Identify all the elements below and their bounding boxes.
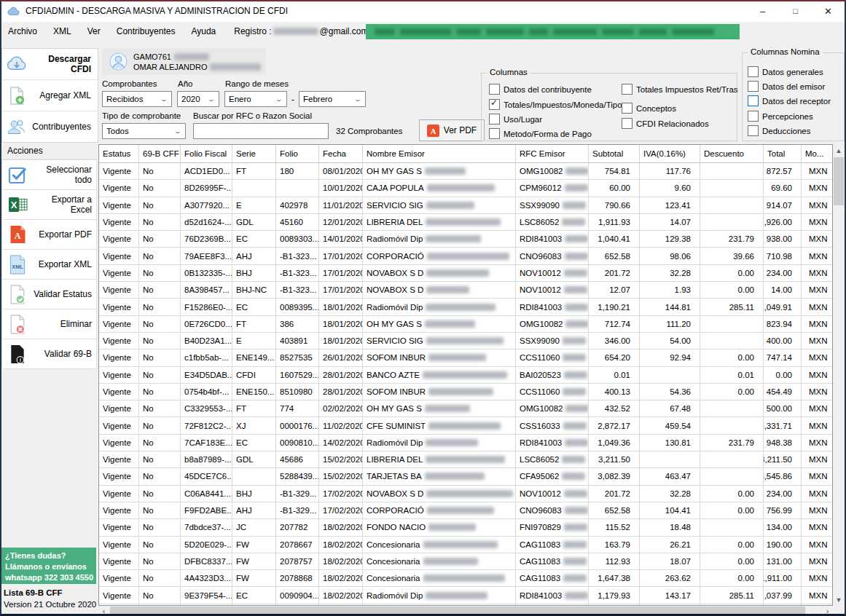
column-header-fecha[interactable]: Fecha — [319, 145, 363, 162]
checkbox-percepciones[interactable]: Percepciones — [748, 111, 813, 122]
table-row[interactable]: VigenteNo9E379F54-...EC0090904...18/02/2… — [99, 587, 832, 604]
checkbox-box[interactable] — [748, 125, 759, 136]
scroll-right-icon[interactable]: › — [822, 606, 833, 616]
table-row[interactable]: VigenteNoC3329553-...FT77402/02/2020OH M… — [99, 400, 832, 417]
cell-text: 1,647.38 — [598, 574, 630, 583]
checkbox-box[interactable] — [489, 128, 500, 139]
checkbox-datos-generales[interactable]: Datos generales — [748, 66, 823, 77]
checkbox-datos-del-emisor[interactable]: Datos del emisor — [748, 81, 825, 92]
action-validar-69-b[interactable]: iValidar 69-B — [1, 339, 97, 369]
table-row[interactable]: VigenteNoDFBC8337...FW207875718/02/2020C… — [99, 553, 832, 570]
table-row[interactable]: VigenteNo0E726CD0...FT38618/01/2020OH MY… — [99, 316, 832, 333]
column-header-nombre-emisor[interactable]: Nombre Emisor — [363, 145, 516, 162]
table-row[interactable]: VigenteNo5D20E029-...FW207866718/02/2020… — [99, 537, 832, 553]
table-row[interactable]: VigenteNob8a87989-...GDL4568615/02/2020L… — [99, 451, 832, 468]
cell-serie: JC — [232, 519, 276, 535]
cell-fecha: 18/01/2020 — [319, 333, 363, 349]
column-header-mo[interactable]: Mo... — [802, 145, 833, 162]
checkbox-cfdi-relacionados[interactable]: CFDI Relacionados — [622, 118, 709, 129]
table-row[interactable]: VigenteNo4A4323D3...FW207886818/02/2020C… — [99, 570, 832, 587]
vertical-scroll-thumb[interactable] — [834, 157, 844, 205]
column-header-descuento[interactable]: Descuento — [700, 145, 764, 162]
table-row[interactable]: VigenteNo7dbdce37-...JC20778218/02/2020F… — [99, 519, 832, 536]
checkbox-box[interactable] — [489, 99, 500, 110]
checkbox-box[interactable] — [748, 95, 759, 106]
table-row[interactable]: VigenteNod52d1624-...GDL4516012/01/2020L… — [99, 214, 832, 231]
column-header-estatus[interactable]: Estatus — [99, 145, 139, 162]
table-row[interactable]: VigenteNo8A398457...BHJ-NC-B1-323...17/0… — [99, 282, 832, 299]
action-exportar-pdf[interactable]: AExportar PDF — [1, 220, 97, 250]
table-row[interactable]: VigenteNoc1fbb5ab-...ENE149...852753526/… — [99, 350, 832, 366]
vertical-scrollbar[interactable]: ▲ ▼ — [833, 144, 845, 606]
table-row[interactable]: VigenteNo72F812C2-...XJ0000176...11/02/2… — [99, 417, 832, 434]
checkbox-totales-impuestos-moneda-tipo[interactable]: Totales/Impuestos/Moneda/Tipo — [489, 99, 622, 110]
menu-item-ayuda[interactable]: Ayuda — [183, 22, 224, 41]
checkbox-conceptos[interactable]: Conceptos — [622, 103, 676, 114]
table-row[interactable]: VigenteNoACD1ED0...FT18008/01/2020OH MY … — [99, 163, 832, 180]
table-row[interactable]: VigenteNo79AEE8F3...AHJ-B1-323...17/01/2… — [99, 248, 832, 264]
action-eliminar[interactable]: Eliminar — [1, 309, 97, 339]
sidebar-tab-agregar-xml[interactable]: Agregar XML — [2, 80, 98, 111]
checkbox-label: Datos generales — [762, 68, 823, 76]
table-row[interactable]: VigenteNoB40D23A1...E40389118/01/2020SER… — [99, 333, 832, 350]
table-row[interactable]: VigenteNo45DCE7C6...5288439...15/02/2020… — [99, 468, 832, 485]
table-row[interactable]: VigenteNo8D26995F-...10/01/2020CAJA POPU… — [99, 180, 832, 197]
comprobantes-dropdown[interactable]: Recibidos ⌄ — [102, 91, 172, 107]
action-seleccionar-todo[interactable]: Seleccionar todo — [1, 159, 97, 190]
ver-pdf-button[interactable]: A Ver PDF — [419, 119, 485, 141]
checkbox-box[interactable] — [748, 81, 759, 92]
column-header-folio-fiscal[interactable]: Folio Fiscal — [181, 145, 232, 162]
checkbox-datos-del-receptor[interactable]: Datos del receptor — [748, 95, 831, 106]
table-row[interactable]: VigenteNoC06A8441...BHJ-B1-329...17/02/2… — [99, 486, 832, 502]
checkbox-totales-impuestos-ret-tras[interactable]: Totales Impuestos Ret/Tras — [622, 84, 738, 95]
table-row[interactable]: VigenteNo0754b4bf-...ENE150...851098028/… — [99, 384, 832, 400]
checkbox-box[interactable] — [489, 84, 500, 95]
checkbox-box[interactable] — [489, 114, 500, 125]
column-header-serie[interactable]: Serie — [232, 145, 276, 162]
table-row[interactable]: VigenteNo76D2369B...EC0089303...14/01/20… — [99, 231, 832, 248]
search-input[interactable] — [193, 123, 329, 139]
checkbox-metodo-forma-de-pago[interactable]: Metodo/Forma de Pago — [489, 128, 592, 139]
close-button[interactable]: ✕ — [812, 0, 845, 22]
checkbox-box[interactable] — [748, 66, 759, 77]
checkbox-box[interactable] — [622, 118, 632, 129]
sidebar-tab-descargar-cfdi[interactable]: Descargar CFDI — [2, 49, 98, 80]
table-row[interactable]: VigenteNo0B132335-...BHJ-B1-323...17/01/… — [99, 265, 832, 282]
horizontal-scrollbar[interactable]: ‹ › — [98, 606, 833, 616]
checkbox-box[interactable] — [748, 111, 759, 122]
checkbox-box[interactable] — [622, 84, 632, 95]
checkbox-box[interactable] — [622, 103, 632, 114]
column-header-subtotal[interactable]: Subtotal — [589, 145, 640, 162]
checkbox-uso-lugar[interactable]: Uso/Lugar — [489, 114, 542, 125]
table-row[interactable]: VigenteNoF9FD2ABE...AHJ-B1-329...17/02/2… — [99, 502, 832, 519]
maximize-button[interactable]: □ — [779, 0, 812, 22]
action-exportar-xml[interactable]: XMLExportar XML — [1, 250, 97, 280]
scroll-down-icon[interactable]: ▼ — [833, 593, 845, 606]
column-header-rfc-emisor[interactable]: RFC Emisor — [516, 145, 589, 162]
tipo-comprobante-dropdown[interactable]: Todos ⌄ — [102, 123, 186, 139]
menu-item-ver[interactable]: Ver — [79, 22, 109, 41]
checkbox-datos-del-contribuyente[interactable]: Datos del contribuyente — [489, 84, 592, 95]
column-header-total[interactable]: Total — [764, 145, 802, 162]
sidebar-tab-contribuyentes[interactable]: Contribuyentes — [2, 111, 98, 142]
column-header-69-b-cff[interactable]: 69-B CFF — [139, 145, 181, 162]
table-row[interactable]: VigenteNo7CAF183E...EC0090810...14/02/20… — [99, 435, 832, 451]
menu-item-xml[interactable]: XML — [45, 22, 79, 41]
minimize-button[interactable]: – — [746, 0, 779, 22]
column-header-folio[interactable]: Folio — [276, 145, 319, 162]
action-validar-estatus[interactable]: Validar Estatus — [1, 280, 97, 309]
column-header-iva-0-16[interactable]: IVA(0.16%) — [640, 145, 700, 162]
menu-item-archivo[interactable]: Archivo — [0, 22, 45, 41]
table-row[interactable]: VigenteNoF15286E0-...EC0089395...18/01/2… — [99, 299, 832, 315]
action-exportar-a-excel[interactable]: XExportar a Excel — [1, 190, 97, 220]
mes-inicio-dropdown[interactable]: Enero ⌄ — [224, 91, 287, 107]
scroll-left-icon[interactable]: ‹ — [98, 606, 109, 616]
table-row[interactable]: VigenteNoA3077920...E40297811/01/2020SER… — [99, 197, 832, 214]
table-row[interactable]: VigenteNoE34D5DAB...CFDI1607529...28/01/… — [99, 367, 832, 384]
menu-item-contribuyentes[interactable]: Contribuyentes — [109, 22, 184, 41]
horizontal-scroll-thumb[interactable] — [110, 607, 805, 615]
anio-dropdown[interactable]: 2020 ⌄ — [177, 91, 219, 107]
checkbox-deducciones[interactable]: Deducciones — [748, 125, 810, 136]
scroll-up-icon[interactable]: ▲ — [833, 144, 845, 157]
mes-fin-dropdown[interactable]: Febrero ⌄ — [299, 91, 366, 107]
